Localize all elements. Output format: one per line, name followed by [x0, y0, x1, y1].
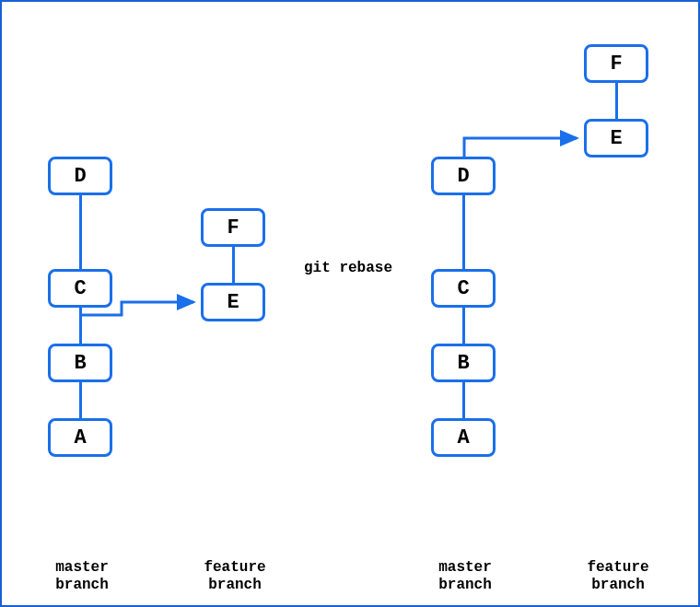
rebase-label: git rebase: [304, 260, 392, 276]
master-branch-label-right: master branch: [433, 559, 497, 594]
commit-C-right: C: [431, 269, 496, 308]
commit-F-right: F: [584, 44, 648, 83]
feature-branch-label-left: feature branch: [199, 559, 271, 594]
connector: [79, 382, 82, 418]
commit-E-right: E: [584, 119, 648, 158]
connector: [462, 308, 465, 344]
commit-label: C: [74, 277, 86, 300]
connector: [79, 195, 82, 269]
commit-label: A: [74, 426, 86, 449]
connector: [79, 308, 82, 344]
commit-A-left: A: [48, 418, 112, 457]
connector: [615, 83, 618, 119]
feature-branch-label-right: feature branch: [582, 559, 654, 594]
branch-arrow-right: [464, 138, 577, 157]
commit-label: E: [610, 127, 622, 150]
commit-C-left: C: [48, 269, 112, 308]
commit-label: A: [457, 426, 469, 449]
commit-label: D: [457, 165, 469, 188]
commit-label: D: [74, 165, 86, 188]
connector: [462, 382, 465, 418]
master-branch-label-left: master branch: [50, 559, 114, 594]
commit-label: F: [610, 53, 622, 76]
commit-label: B: [74, 352, 86, 375]
commit-label: E: [227, 291, 239, 314]
commit-D-right: D: [431, 157, 496, 195]
commit-label: B: [457, 352, 469, 375]
connector: [232, 247, 235, 283]
commit-label: F: [227, 216, 239, 239]
commit-F-left: F: [201, 208, 265, 247]
commit-B-right: B: [431, 344, 496, 382]
commit-D-left: D: [48, 157, 112, 195]
connector: [462, 195, 465, 269]
commit-B-left: B: [48, 344, 112, 382]
commit-A-right: A: [431, 418, 496, 457]
commit-E-left: E: [201, 283, 265, 321]
commit-label: C: [457, 277, 469, 300]
diagram-canvas: A B C D E F A B C D E F git rebase maste…: [0, 0, 700, 607]
